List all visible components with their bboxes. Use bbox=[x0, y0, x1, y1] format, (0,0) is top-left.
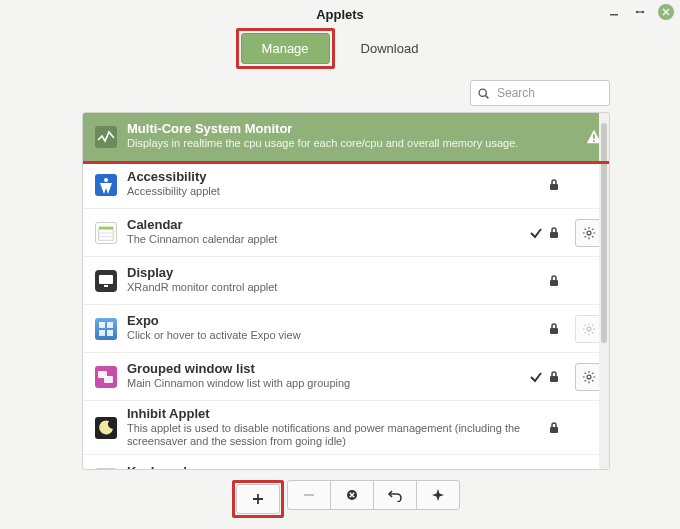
minimize-button[interactable] bbox=[606, 4, 622, 20]
add-button-highlight bbox=[232, 480, 284, 518]
list-item[interactable]: Accessibility Accessibility applet bbox=[83, 161, 609, 209]
svg-line-39 bbox=[585, 332, 586, 333]
applet-desc: Displays in realtime the cpu usage for e… bbox=[127, 137, 575, 150]
svg-rect-6 bbox=[593, 134, 595, 139]
inhibit-icon bbox=[95, 417, 117, 439]
applet-name: Expo bbox=[127, 314, 537, 329]
applet-desc: The Cinnamon calendar applet bbox=[127, 233, 519, 246]
scrollbar[interactable] bbox=[599, 113, 609, 469]
svg-rect-14 bbox=[550, 232, 558, 238]
list-item[interactable]: Grouped window list Main Cinnamon window… bbox=[83, 353, 609, 401]
svg-rect-42 bbox=[104, 376, 113, 383]
expo-icon bbox=[95, 318, 117, 340]
calendar-icon bbox=[95, 222, 117, 244]
window-title: Applets bbox=[316, 7, 364, 22]
svg-line-20 bbox=[585, 228, 586, 229]
applet-list: Multi-Core System Monitor Displays in re… bbox=[82, 112, 610, 470]
svg-line-52 bbox=[592, 372, 593, 373]
cancel-icon bbox=[345, 488, 359, 502]
applet-name: Multi-Core System Monitor bbox=[127, 122, 575, 137]
more-button[interactable] bbox=[416, 480, 460, 510]
tab-download[interactable]: Download bbox=[340, 33, 440, 64]
uninstall-button[interactable] bbox=[330, 480, 374, 510]
applet-desc: This applet is used to disable notificat… bbox=[127, 422, 537, 448]
applet-desc: Main Cinnamon window list with app group… bbox=[127, 377, 519, 390]
window-controls bbox=[606, 4, 674, 20]
add-button[interactable] bbox=[236, 484, 280, 514]
svg-rect-3 bbox=[637, 11, 643, 12]
accessibility-icon bbox=[95, 174, 117, 196]
search-input[interactable] bbox=[495, 85, 603, 101]
svg-rect-9 bbox=[550, 184, 558, 190]
titlebar: Applets bbox=[0, 0, 680, 28]
svg-rect-30 bbox=[107, 330, 113, 336]
gear-icon bbox=[582, 226, 596, 240]
svg-line-49 bbox=[585, 372, 586, 373]
gear-icon bbox=[582, 322, 596, 336]
window-list-icon bbox=[95, 366, 117, 388]
gear-icon bbox=[582, 370, 596, 384]
list-item[interactable]: 1 2 Keyboard Keyboard layout bbox=[83, 455, 609, 469]
applet-name: Grouped window list bbox=[127, 362, 519, 377]
undo-icon bbox=[387, 488, 403, 502]
list-item[interactable]: Calendar The Cinnamon calendar applet bbox=[83, 209, 609, 257]
svg-point-32 bbox=[587, 327, 591, 331]
tab-manage-highlight: Manage bbox=[236, 28, 335, 69]
lock-icon bbox=[547, 322, 561, 336]
tab-download-wrap: Download bbox=[335, 28, 445, 69]
display-icon bbox=[95, 270, 117, 292]
applet-desc: Click or hover to activate Expo view bbox=[127, 329, 537, 342]
list-item[interactable]: Expo Click or hover to activate Expo vie… bbox=[83, 305, 609, 353]
restore-button[interactable] bbox=[373, 480, 417, 510]
maximize-button[interactable] bbox=[632, 4, 648, 20]
list-item[interactable]: Multi-Core System Monitor Displays in re… bbox=[83, 113, 609, 161]
sparkle-icon bbox=[431, 488, 445, 502]
action-bar bbox=[82, 480, 610, 518]
search-wrap bbox=[0, 72, 680, 112]
svg-line-51 bbox=[585, 380, 586, 381]
svg-rect-26 bbox=[550, 280, 558, 286]
svg-line-22 bbox=[585, 236, 586, 237]
svg-rect-28 bbox=[107, 322, 113, 328]
svg-rect-27 bbox=[99, 322, 105, 328]
applet-name: Keyboard bbox=[127, 465, 519, 469]
keyboard-icon: 1 2 bbox=[95, 468, 117, 469]
applet-desc: XRandR monitor control applet bbox=[127, 281, 537, 294]
plus-icon bbox=[251, 492, 265, 506]
svg-line-37 bbox=[585, 324, 586, 325]
remove-button[interactable] bbox=[287, 480, 331, 510]
svg-line-23 bbox=[592, 228, 593, 229]
list-item[interactable]: Display XRandR monitor control applet bbox=[83, 257, 609, 305]
search-box[interactable] bbox=[470, 80, 610, 106]
scrollbar-thumb[interactable] bbox=[601, 123, 607, 343]
lock-icon bbox=[547, 370, 561, 384]
svg-rect-11 bbox=[99, 229, 114, 240]
search-icon bbox=[477, 87, 490, 100]
svg-line-50 bbox=[592, 380, 593, 381]
svg-rect-25 bbox=[104, 285, 108, 287]
applet-name: Inhibit Applet bbox=[127, 407, 537, 422]
svg-rect-53 bbox=[550, 427, 558, 433]
applet-name: Calendar bbox=[127, 218, 519, 233]
svg-line-40 bbox=[592, 324, 593, 325]
check-icon bbox=[529, 226, 543, 240]
tab-manage[interactable]: Manage bbox=[241, 33, 330, 64]
svg-line-21 bbox=[592, 236, 593, 237]
svg-point-44 bbox=[587, 375, 591, 379]
close-button[interactable] bbox=[658, 4, 674, 20]
svg-point-4 bbox=[479, 89, 486, 96]
minus-icon bbox=[302, 488, 316, 502]
svg-rect-43 bbox=[550, 376, 558, 382]
svg-rect-29 bbox=[99, 330, 105, 336]
svg-line-5 bbox=[486, 95, 489, 98]
lock-icon bbox=[547, 226, 561, 240]
applet-desc: Accessibility applet bbox=[127, 185, 537, 198]
check-icon bbox=[529, 370, 543, 384]
list-item[interactable]: Inhibit Applet This applet is used to di… bbox=[83, 401, 609, 455]
svg-point-8 bbox=[104, 178, 108, 182]
lock-icon bbox=[547, 274, 561, 288]
svg-rect-0 bbox=[610, 14, 618, 16]
lock-icon bbox=[547, 178, 561, 192]
svg-point-15 bbox=[587, 231, 591, 235]
svg-rect-24 bbox=[99, 275, 113, 284]
